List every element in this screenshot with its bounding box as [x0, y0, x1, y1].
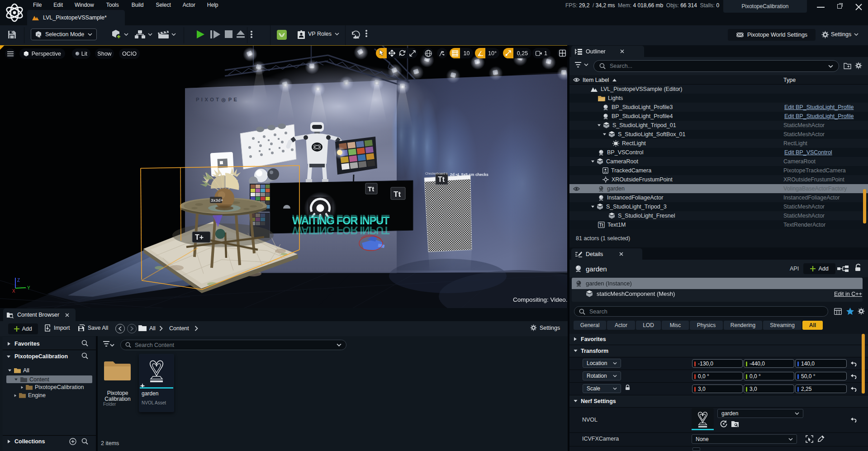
svg-text:T+: T+ — [195, 233, 204, 241]
svg-text:Tt: Tt — [368, 185, 374, 193]
svg-text:X: X — [12, 289, 15, 294]
svg-text:Checkerboard s: Checkerboard s — [425, 172, 448, 175]
svg-text:2d •4, 5x5 cm checks: 2d •4, 5x5 cm checks — [450, 172, 489, 177]
svg-text:Tt: Tt — [438, 176, 445, 183]
svg-text:WAITING FOR INPUT: WAITING FOR INPUT — [292, 213, 390, 225]
svg-text:Z: Z — [17, 278, 20, 283]
svg-text:Tt: Tt — [599, 223, 603, 228]
svg-text:3x3d+: 3x3d+ — [211, 198, 223, 203]
svg-text:WAITING FOR INPUT: WAITING FOR INPUT — [292, 224, 390, 237]
svg-text:Compositing: Video.: Compositing: Video. — [513, 296, 567, 303]
svg-text:Tt: Tt — [394, 190, 401, 199]
svg-text:Y: Y — [27, 285, 30, 290]
